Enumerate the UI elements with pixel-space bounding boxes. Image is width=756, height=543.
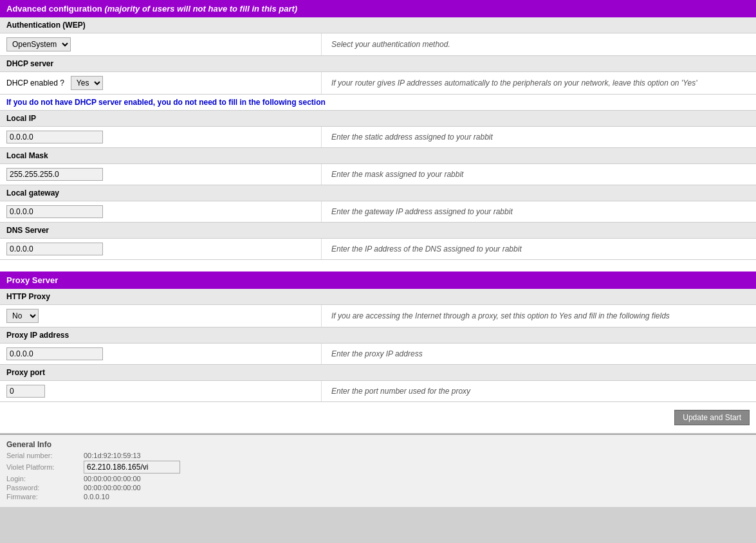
firmware-value: 0.0.0.10 [84,493,109,501]
local-ip-left [0,127,322,147]
violet-row: Violet Platform: [6,461,750,474]
authentication-row: OpenSystem SharedKey None Select your au… [0,33,756,56]
main-container: Advanced configuration (majority of user… [0,0,756,507]
proxy-ip-left [0,344,322,364]
http-proxy-left: No Yes [0,305,322,327]
proxy-ip-row: Enter the proxy IP address [0,344,756,365]
serial-label: Serial number: [6,452,84,459]
authentication-label: Authentication (WEP) [0,17,756,33]
local-gateway-row: Enter the gateway IP address assigned to… [0,201,756,223]
local-mask-description: Enter the mask assigned to your rabbit [322,166,756,183]
local-mask-input[interactable] [6,168,103,181]
proxy-ip-input[interactable] [6,347,103,360]
local-mask-row: Enter the mask assigned to your rabbit [0,164,756,185]
serial-row: Serial number: 00:1d:92:10:59:13 [6,452,750,459]
dhcp-enabled-description: If your router gives IP addresses automa… [322,75,756,91]
local-gateway-input[interactable] [6,205,103,218]
adv-header-subtitle: (majority of users will not have to fill… [104,4,297,14]
general-info-title: General Info [6,440,750,449]
proxy-port-left [0,381,322,401]
password-row: Password: 00:00:00:00:00:00 [6,484,750,492]
http-proxy-label: HTTP Proxy [0,289,756,305]
adv-header-title: Advanced configuration [6,4,104,14]
local-ip-label: Local IP [0,111,756,127]
dns-server-input[interactable] [6,243,103,255]
dhcp-server-label: DHCP server [0,56,756,72]
dns-server-row: Enter the IP address of the DNS assigned… [0,239,756,260]
proxy-ip-label: Proxy IP address [0,327,756,344]
proxy-port-label: Proxy port [0,365,756,381]
proxy-ip-description: Enter the proxy IP address [322,345,756,362]
local-mask-left [0,164,322,185]
proxy-port-description: Enter the port number used for the proxy [322,383,756,400]
proxy-server-header: Proxy Server [0,272,756,289]
dns-server-label: DNS Server [0,223,756,239]
dns-server-left [0,239,322,259]
dhcp-enabled-dropdown[interactable]: Yes No [71,76,103,90]
spacer1 [0,260,756,265]
authentication-left: OpenSystem SharedKey None [0,33,322,55]
proxy-port-input[interactable] [6,385,45,398]
update-start-button[interactable]: Update and Start [674,410,750,425]
dhcp-note: If you do not have DHCP server enabled, … [0,95,756,111]
button-row: Update and Start [0,402,756,434]
http-proxy-description: If you are accessing the Internet throug… [322,308,756,324]
login-label: Login: [6,475,84,483]
local-ip-input[interactable] [6,131,103,143]
http-proxy-dropdown[interactable]: No Yes [6,309,39,323]
http-proxy-row: No Yes If you are accessing the Internet… [0,305,756,327]
dhcp-enabled-row: DHCP enabled ? Yes No If your router giv… [0,72,756,95]
dhcp-enabled-left: DHCP enabled ? Yes No [0,72,322,94]
password-label: Password: [6,484,84,492]
violet-platform-input[interactable] [84,461,180,474]
local-ip-description: Enter the static address assigned to you… [322,129,756,145]
local-gateway-label: Local gateway [0,185,756,201]
local-gateway-left [0,201,322,222]
dns-server-description: Enter the IP address of the DNS assigned… [322,241,756,257]
login-row: Login: 00:00:00:00:00:00 [6,475,750,483]
login-value: 00:00:00:00:00:00 [84,475,141,483]
authentication-description: Select your authentication method. [322,36,756,53]
proxy-port-row: Enter the port number used for the proxy [0,381,756,402]
firmware-row: Firmware: 0.0.0.10 [6,493,750,501]
dhcp-enabled-label: DHCP enabled ? [6,78,64,87]
authentication-dropdown[interactable]: OpenSystem SharedKey None [6,37,71,51]
local-gateway-description: Enter the gateway IP address assigned to… [322,203,756,220]
advanced-config-header: Advanced configuration (majority of user… [0,0,756,17]
serial-value: 00:1d:92:10:59:13 [84,452,141,459]
local-ip-row: Enter the static address assigned to you… [0,127,756,148]
violet-label: Violet Platform: [6,463,84,471]
password-value: 00:00:00:00:00:00 [84,484,141,492]
local-mask-label: Local Mask [0,148,756,164]
general-info-container: General Info Serial number: 00:1d:92:10:… [0,434,756,507]
firmware-label: Firmware: [6,493,84,501]
